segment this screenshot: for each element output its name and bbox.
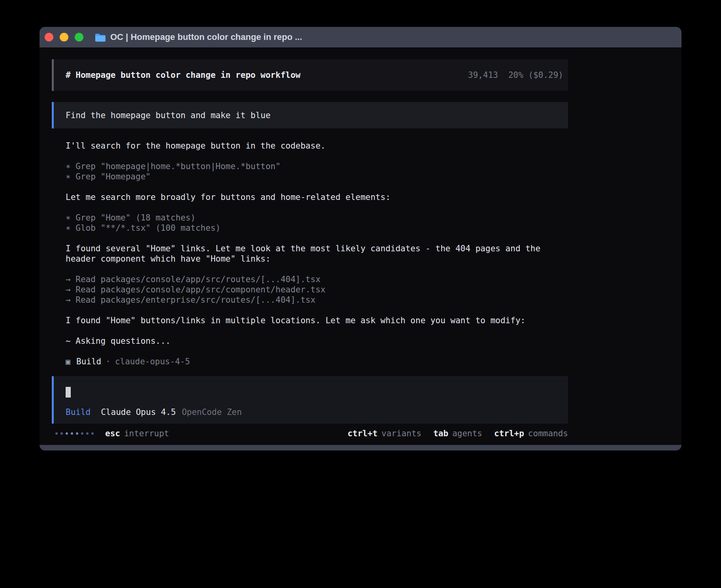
- user-message-text: Find the homepage button and make it blu…: [66, 110, 270, 121]
- user-message: Find the homepage button and make it blu…: [52, 102, 568, 128]
- context-usage: 20% ($0.29): [508, 70, 563, 80]
- window-title: OC | Homepage button color change in rep…: [110, 32, 302, 42]
- provider-label: OpenCode Zen: [182, 407, 242, 417]
- statusbar-left: esc interrupt: [55, 428, 169, 439]
- shortcut-label: commands: [528, 428, 568, 439]
- folder-icon: [95, 33, 106, 42]
- shortcut-key: ctrl+t: [347, 428, 377, 439]
- assistant-text: I'll search for the homepage button in t…: [52, 141, 568, 151]
- tool-call: → Read packages/console/app/src/componen…: [52, 285, 568, 295]
- shortcut-interrupt: esc interrupt: [105, 428, 169, 439]
- tool-call: → Read packages/console/app/src/routes/[…: [52, 274, 568, 285]
- shortcut-label: variants: [381, 428, 421, 439]
- shortcut-key: tab: [433, 428, 448, 439]
- transcript: I'll search for the homepage button in t…: [52, 141, 568, 367]
- session-title: # Homepage button color change in repo w…: [66, 70, 300, 80]
- terminal-window: OC | Homepage button color change in rep…: [40, 27, 681, 450]
- shortcut-agents: tab agents: [433, 428, 482, 439]
- shortcut-commands: ctrl+p commands: [494, 428, 568, 439]
- minimize-button[interactable]: [60, 33, 68, 41]
- agent-status-line: ▣ Build · claude-opus-4-5: [52, 356, 568, 367]
- input-footer: Build Claude Opus 4.5 OpenCode Zen: [66, 407, 568, 417]
- titlebar[interactable]: OC | Homepage button color change in rep…: [40, 27, 681, 47]
- agent-icon: ▣: [66, 356, 70, 367]
- assistant-text: I found several "Home" links. Let me loo…: [52, 243, 568, 264]
- agent-model: claude-opus-4-5: [115, 356, 190, 367]
- content-column: # Homepage button color change in repo w…: [52, 47, 568, 439]
- mode-label: Build: [66, 407, 91, 417]
- assistant-text: I found "Home" buttons/links in multiple…: [52, 315, 568, 326]
- statusbar-right: ctrl+t variants tab agents ctrl+p comman…: [347, 428, 568, 439]
- prompt-input[interactable]: Build Claude Opus 4.5 OpenCode Zen: [52, 376, 568, 424]
- close-button[interactable]: [45, 33, 53, 41]
- model-label: Claude Opus 4.5: [101, 407, 176, 417]
- separator-dot: ·: [106, 356, 111, 367]
- esc-label: interrupt: [124, 428, 169, 439]
- terminal-screen: # Homepage button color change in repo w…: [40, 47, 681, 445]
- assistant-text: Let me search more broadly for buttons a…: [52, 192, 568, 202]
- tool-call: → Read packages/enterprise/src/routes/[.…: [52, 295, 568, 305]
- shortcut-variants: ctrl+t variants: [347, 428, 421, 439]
- esc-key: esc: [105, 428, 120, 439]
- shortcut-label: agents: [452, 428, 482, 439]
- text-cursor: [66, 387, 71, 398]
- token-count: 39,413: [468, 70, 498, 80]
- statusbar: esc interrupt ctrl+t variants tab agents…: [52, 428, 568, 439]
- traffic-lights: [45, 33, 83, 41]
- tool-call: ∗ Glob "**/*.tsx" (100 matches): [52, 223, 568, 233]
- session-stats: 39,413 20% ($0.29): [468, 70, 563, 80]
- tool-call: ∗ Grep "homepage|home.*button|Home.*butt…: [52, 161, 568, 172]
- zoom-button[interactable]: [75, 33, 83, 41]
- session-header: # Homepage button color change in repo w…: [52, 59, 568, 91]
- tool-call: ∗ Grep "Home" (18 matches): [52, 213, 568, 223]
- assistant-text: ~ Asking questions...: [52, 336, 568, 346]
- spinner-icon: [55, 432, 94, 435]
- tool-call: ∗ Grep "Homepage": [52, 172, 568, 182]
- shortcut-key: ctrl+p: [494, 428, 524, 439]
- agent-name: Build: [76, 356, 101, 367]
